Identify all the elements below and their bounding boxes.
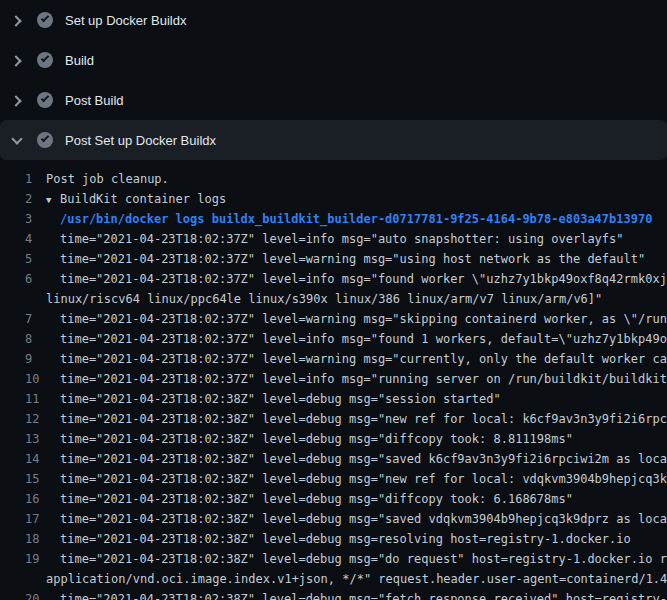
log-viewer: 1Post job cleanup.2▼BuildKit container l… [0, 160, 667, 600]
log-line-text: time="2021-04-23T18:02:37Z" level=info m… [46, 229, 624, 249]
log-line: 2▼BuildKit container logs [0, 189, 667, 209]
line-number[interactable]: 13 [0, 429, 46, 449]
log-line: 14time="2021-04-23T18:02:38Z" level=debu… [0, 449, 667, 469]
line-number[interactable]: 5 [0, 249, 46, 269]
log-line-wrap: application/vnd.oci.image.index.v1+json,… [0, 569, 667, 589]
chevron-right-icon [8, 12, 24, 28]
log-line-text: time="2021-04-23T18:02:37Z" level=info m… [46, 269, 667, 289]
line-number[interactable]: 12 [0, 409, 46, 429]
line-number[interactable]: 7 [0, 309, 46, 329]
check-mark [40, 94, 48, 102]
log-line-text: time="2021-04-23T18:02:37Z" level=info m… [46, 369, 667, 389]
check-circle-icon [37, 52, 53, 68]
log-line: 19time="2021-04-23T18:02:38Z" level=debu… [0, 549, 667, 569]
log-line: 16time="2021-04-23T18:02:38Z" level=debu… [0, 489, 667, 509]
step-label: Build [65, 53, 94, 68]
log-line-text: time="2021-04-23T18:02:38Z" level=debug … [46, 389, 501, 409]
log-line: 3/usr/bin/docker logs buildx_buildkit_bu… [0, 209, 667, 229]
log-command-text: /usr/bin/docker logs buildx_buildkit_bui… [46, 209, 652, 229]
log-line-text: time="2021-04-23T18:02:38Z" level=debug … [46, 409, 667, 429]
step-header-post-set-up-docker-buildx[interactable]: Post Set up Docker Buildx [0, 120, 667, 160]
log-line: 9time="2021-04-23T18:02:37Z" level=warni… [0, 349, 667, 369]
check-circle-icon [37, 12, 53, 28]
log-line: 18time="2021-04-23T18:02:38Z" level=debu… [0, 529, 667, 549]
log-line-text: time="2021-04-23T18:02:37Z" level=warnin… [46, 249, 645, 269]
log-line: 1Post job cleanup. [0, 169, 667, 189]
log-line: 12time="2021-04-23T18:02:38Z" level=debu… [0, 409, 667, 429]
chevron-down-icon [8, 132, 24, 148]
line-number[interactable]: 17 [0, 509, 46, 529]
log-line-text: time="2021-04-23T18:02:37Z" level=warnin… [46, 349, 667, 369]
log-line: 7time="2021-04-23T18:02:37Z" level=warni… [0, 309, 667, 329]
line-number[interactable]: 19 [0, 549, 46, 569]
log-line-text: time="2021-04-23T18:02:38Z" level=debug … [46, 429, 573, 449]
log-line-text: time="2021-04-23T18:02:38Z" level=debug … [46, 509, 667, 529]
chevron-right-icon [8, 52, 24, 68]
line-number[interactable]: 20 [0, 589, 46, 600]
line-number[interactable]: 1 [0, 169, 46, 189]
step-header-build[interactable]: Build [0, 40, 667, 80]
log-line: 6time="2021-04-23T18:02:37Z" level=info … [0, 269, 667, 289]
log-line: 13time="2021-04-23T18:02:38Z" level=debu… [0, 429, 667, 449]
check-mark [40, 54, 48, 62]
log-group-label[interactable]: BuildKit container logs [60, 192, 226, 206]
step-header-set-up-docker-buildx[interactable]: Set up Docker Buildx [0, 0, 667, 40]
steps-list: Set up Docker BuildxBuildPost BuildPost … [0, 0, 667, 160]
check-mark [40, 134, 48, 142]
line-number [0, 569, 46, 589]
step-label: Post Build [65, 93, 124, 108]
line-number [0, 289, 46, 309]
collapse-caret-icon[interactable]: ▼ [46, 190, 60, 210]
log-line-text: time="2021-04-23T18:02:38Z" level=debug … [46, 449, 667, 469]
log-line-text: linux/riscv64 linux/ppc64le linux/s390x … [46, 289, 602, 309]
log-line-wrap: linux/riscv64 linux/ppc64le linux/s390x … [0, 289, 667, 309]
check-mark [40, 14, 48, 22]
step-label: Set up Docker Buildx [65, 13, 186, 28]
line-number[interactable]: 3 [0, 209, 46, 229]
line-number[interactable]: 2 [0, 189, 46, 209]
log-line-text: ▼BuildKit container logs [46, 189, 226, 209]
log-line: 17time="2021-04-23T18:02:38Z" level=debu… [0, 509, 667, 529]
log-line-text: time="2021-04-23T18:02:38Z" level=debug … [46, 489, 573, 509]
log-line: 4time="2021-04-23T18:02:37Z" level=info … [0, 229, 667, 249]
line-number[interactable]: 6 [0, 269, 46, 289]
chevron-right-icon [8, 92, 24, 108]
log-line-text: time="2021-04-23T18:02:38Z" level=debug … [46, 529, 631, 549]
line-number[interactable]: 11 [0, 389, 46, 409]
check-circle-icon [37, 92, 53, 108]
check-circle-icon [37, 132, 53, 148]
log-line: 20time="2021-04-23T18:02:38Z" level=debu… [0, 589, 667, 600]
line-number[interactable]: 14 [0, 449, 46, 469]
log-line-text: time="2021-04-23T18:02:38Z" level=debug … [46, 469, 667, 489]
log-line: 8time="2021-04-23T18:02:37Z" level=info … [0, 329, 667, 349]
log-line: 15time="2021-04-23T18:02:38Z" level=debu… [0, 469, 667, 489]
step-header-post-build[interactable]: Post Build [0, 80, 667, 120]
log-line-text: time="2021-04-23T18:02:38Z" level=debug … [46, 549, 667, 569]
log-line: 10time="2021-04-23T18:02:37Z" level=info… [0, 369, 667, 389]
log-line-text: time="2021-04-23T18:02:37Z" level=warnin… [46, 309, 667, 329]
line-number[interactable]: 15 [0, 469, 46, 489]
step-label: Post Set up Docker Buildx [65, 133, 216, 148]
log-line-text: application/vnd.oci.image.index.v1+json,… [46, 569, 667, 589]
line-number[interactable]: 10 [0, 369, 46, 389]
line-number[interactable]: 4 [0, 229, 46, 249]
line-number[interactable]: 18 [0, 529, 46, 549]
log-line-text: time="2021-04-23T18:02:37Z" level=info m… [46, 329, 667, 349]
log-line: 11time="2021-04-23T18:02:38Z" level=debu… [0, 389, 667, 409]
line-number[interactable]: 8 [0, 329, 46, 349]
log-line-text: Post job cleanup. [46, 169, 169, 189]
log-line: 5time="2021-04-23T18:02:37Z" level=warni… [0, 249, 667, 269]
log-line-text: time="2021-04-23T18:02:38Z" level=debug … [46, 589, 667, 600]
line-number[interactable]: 9 [0, 349, 46, 369]
line-number[interactable]: 16 [0, 489, 46, 509]
